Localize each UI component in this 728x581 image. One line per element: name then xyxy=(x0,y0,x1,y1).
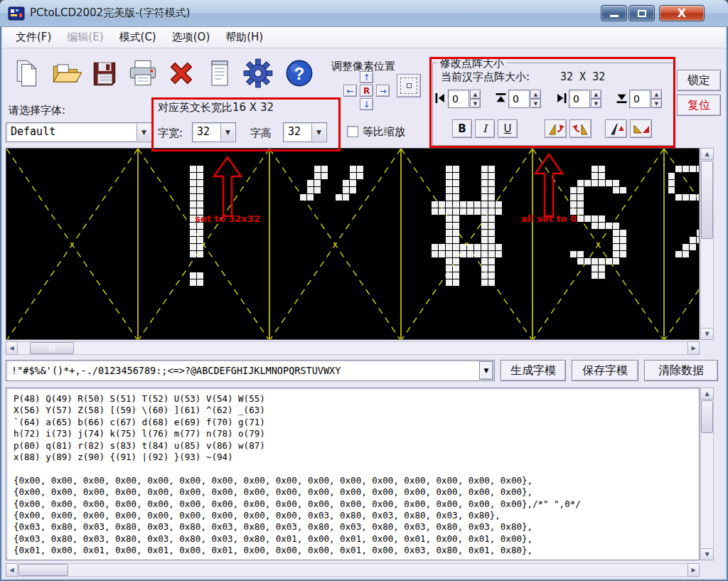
menu-mode[interactable]: 模式(C) xyxy=(112,27,164,48)
chevron-down-icon[interactable]: ▼ xyxy=(311,124,326,141)
font-combobox[interactable]: Default ▼ xyxy=(6,122,152,142)
flip-horizontal-icon xyxy=(607,121,626,137)
shrink-left-icon[interactable] xyxy=(435,92,446,104)
move-right-button[interactable]: → xyxy=(376,85,390,97)
flip-vertical-button[interactable] xyxy=(630,119,652,138)
canvas-scroll-left[interactable]: ◀ xyxy=(6,341,18,355)
italic-label: I xyxy=(483,122,487,135)
open-file-icon xyxy=(50,58,82,89)
shrink-top-icon[interactable] xyxy=(496,92,506,104)
arrow-left-icon: ← xyxy=(346,86,353,96)
height-combobox[interactable]: 32 ▼ xyxy=(283,122,327,142)
menu-file[interactable]: 文件(F) xyxy=(8,27,59,48)
bold-button[interactable]: B xyxy=(452,119,472,138)
arrow-right-icon: → xyxy=(379,86,386,96)
scale-checkbox[interactable] xyxy=(347,126,358,137)
app-window: PCtoLCD2002完美版-(字符模式) X 文件(F) 编辑(E) 模式(C… xyxy=(0,0,728,581)
app-icon xyxy=(8,5,25,22)
help-icon: ? xyxy=(284,58,315,89)
output-scroll-left[interactable]: ◀ xyxy=(6,563,18,577)
rotate-left-button[interactable] xyxy=(545,119,567,138)
print-button[interactable] xyxy=(125,54,161,92)
minimize-icon xyxy=(610,15,619,17)
spinner-top-down[interactable]: ▼ xyxy=(530,99,541,108)
menu-options[interactable]: 选项(O) xyxy=(164,27,218,48)
reset-position-button[interactable]: R xyxy=(360,85,373,97)
center-preview-button[interactable] xyxy=(397,74,421,97)
output-scroll-up[interactable]: ▲ xyxy=(700,388,714,400)
maximize-icon xyxy=(638,10,646,17)
output-scroll-down[interactable]: ▼ xyxy=(700,548,714,560)
chevron-down-icon: ▼ xyxy=(484,367,489,374)
generate-button-label: 生成字模 xyxy=(510,363,556,378)
rotate-right-button[interactable] xyxy=(569,119,592,138)
chevron-down-icon[interactable]: ▼ xyxy=(220,124,235,141)
save-icon xyxy=(90,58,119,88)
document-icon xyxy=(205,58,234,89)
ratio-text: 对应英文长宽比16 X 32 xyxy=(158,101,274,114)
width-combobox[interactable]: 32 ▼ xyxy=(192,122,236,142)
move-up-button[interactable]: ↑ xyxy=(360,71,373,83)
reset-button[interactable]: 复位 xyxy=(677,95,721,116)
output-hscroll-thumb[interactable] xyxy=(18,564,68,576)
canvas-scroll-up[interactable]: ▲ xyxy=(700,148,714,160)
save-font-button-label: 保存字模 xyxy=(582,363,628,378)
lock-button[interactable]: 锁定 xyxy=(677,70,721,91)
move-left-button[interactable]: ← xyxy=(343,85,357,97)
settings-gear-icon xyxy=(242,58,274,89)
close-button[interactable]: X xyxy=(659,5,705,21)
spinner-left-up[interactable]: ▲ xyxy=(470,90,481,99)
output-text: P(48) Q(49) R(50) S(51) T(52) U(53) V(54… xyxy=(6,388,699,560)
arrow-down-icon: ↓ xyxy=(363,100,370,110)
spinner-bottom-value[interactable]: 0 xyxy=(629,90,651,108)
canvas-scroll-down[interactable]: ▼ xyxy=(700,328,714,340)
dot-matrix-title: 修改点阵大小 xyxy=(437,57,507,70)
save-button[interactable] xyxy=(87,54,122,92)
window-title: PCtoLCD2002完美版-(字符模式) xyxy=(30,6,190,20)
minimize-button[interactable] xyxy=(601,5,627,21)
rotate-right-icon xyxy=(572,121,590,137)
spinner-right-value[interactable]: 0 xyxy=(569,90,590,108)
move-down-button[interactable]: ↓ xyxy=(360,98,373,110)
italic-button[interactable]: I xyxy=(475,119,495,138)
menu-help[interactable]: 帮助(H) xyxy=(218,27,271,48)
help-button[interactable]: ? xyxy=(282,54,317,92)
scrollbar-grip xyxy=(31,343,73,353)
output-vscroll-thumb[interactable] xyxy=(701,400,713,433)
flip-horizontal-button[interactable] xyxy=(605,119,627,138)
underline-label: U xyxy=(504,122,512,135)
canvas-scroll-right[interactable]: ▶ xyxy=(687,341,700,355)
spinner-top-up[interactable]: ▲ xyxy=(530,90,541,99)
delete-button[interactable] xyxy=(164,54,199,92)
canvas-vscroll-thumb[interactable] xyxy=(701,161,713,239)
save-font-button[interactable]: 保存字模 xyxy=(572,360,638,381)
output-hscrollbar[interactable] xyxy=(6,563,700,577)
output-area[interactable]: P(48) Q(49) R(50) S(51) T(52) U(53) V(54… xyxy=(6,388,700,560)
output-scroll-right[interactable]: ▶ xyxy=(687,563,700,577)
document-button[interactable] xyxy=(202,54,237,92)
delete-icon xyxy=(166,58,197,89)
lcd-preview-canvas[interactable] xyxy=(6,148,700,340)
spinner-left-down[interactable]: ▼ xyxy=(470,99,481,108)
height-combobox-value: 32 xyxy=(288,125,301,138)
generate-button[interactable]: 生成字模 xyxy=(500,360,566,381)
spinner-right-up[interactable]: ▲ xyxy=(591,90,601,99)
canvas-hscrollbar[interactable] xyxy=(6,341,700,355)
spinner-top-value[interactable]: 0 xyxy=(508,90,530,108)
open-file-button[interactable] xyxy=(48,54,84,92)
shrink-right-icon[interactable] xyxy=(556,92,567,104)
shrink-bottom-icon[interactable] xyxy=(616,92,627,104)
charset-input[interactable] xyxy=(6,360,495,381)
charset-dropdown-button[interactable]: ▼ xyxy=(479,361,493,380)
spinner-right-down[interactable]: ▼ xyxy=(591,99,601,108)
canvas-hscroll-thumb[interactable] xyxy=(30,342,74,354)
spinner-bottom-down[interactable]: ▼ xyxy=(651,99,662,108)
spinner-left-value[interactable]: 0 xyxy=(448,90,469,108)
new-file-button[interactable] xyxy=(10,54,46,92)
maximize-button[interactable] xyxy=(628,5,655,21)
spinner-bottom-up[interactable]: ▲ xyxy=(651,90,662,99)
clear-data-button[interactable]: 清除数据 xyxy=(644,360,718,381)
chevron-down-icon[interactable]: ▼ xyxy=(136,124,151,141)
settings-button[interactable] xyxy=(240,54,276,92)
underline-button[interactable]: U xyxy=(498,119,518,138)
